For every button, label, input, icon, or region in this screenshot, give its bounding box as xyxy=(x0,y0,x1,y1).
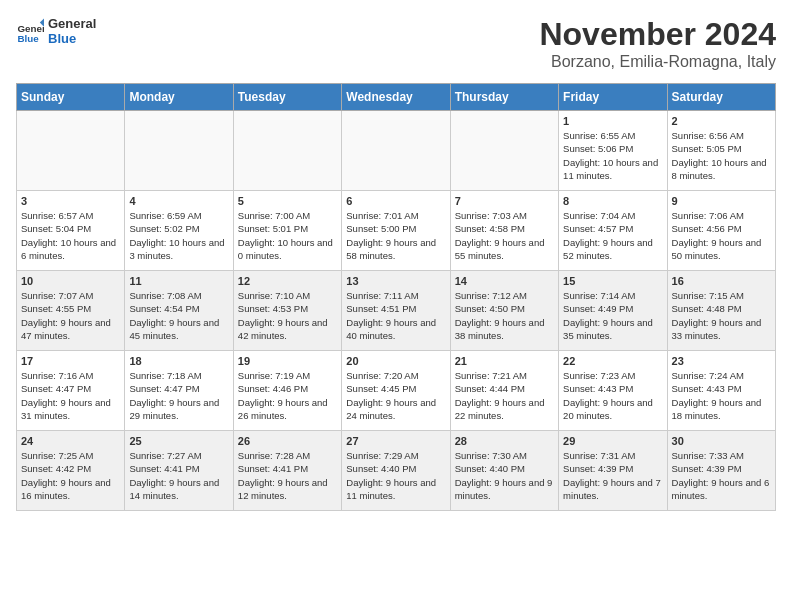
day-number: 2 xyxy=(672,115,771,127)
table-row: 19Sunrise: 7:19 AM Sunset: 4:46 PM Dayli… xyxy=(233,351,341,431)
day-number: 12 xyxy=(238,275,337,287)
day-info: Sunrise: 7:27 AM Sunset: 4:41 PM Dayligh… xyxy=(129,449,228,502)
calendar-week-row: 1Sunrise: 6:55 AM Sunset: 5:06 PM Daylig… xyxy=(17,111,776,191)
day-info: Sunrise: 7:06 AM Sunset: 4:56 PM Dayligh… xyxy=(672,209,771,262)
day-info: Sunrise: 6:57 AM Sunset: 5:04 PM Dayligh… xyxy=(21,209,120,262)
table-row: 4Sunrise: 6:59 AM Sunset: 5:02 PM Daylig… xyxy=(125,191,233,271)
table-row: 9Sunrise: 7:06 AM Sunset: 4:56 PM Daylig… xyxy=(667,191,775,271)
table-row: 22Sunrise: 7:23 AM Sunset: 4:43 PM Dayli… xyxy=(559,351,667,431)
page-header: General Blue General Blue November 2024 … xyxy=(16,16,776,71)
calendar-week-row: 3Sunrise: 6:57 AM Sunset: 5:04 PM Daylig… xyxy=(17,191,776,271)
col-monday: Monday xyxy=(125,84,233,111)
day-info: Sunrise: 7:00 AM Sunset: 5:01 PM Dayligh… xyxy=(238,209,337,262)
table-row: 29Sunrise: 7:31 AM Sunset: 4:39 PM Dayli… xyxy=(559,431,667,511)
table-row: 14Sunrise: 7:12 AM Sunset: 4:50 PM Dayli… xyxy=(450,271,558,351)
day-info: Sunrise: 7:08 AM Sunset: 4:54 PM Dayligh… xyxy=(129,289,228,342)
table-row: 27Sunrise: 7:29 AM Sunset: 4:40 PM Dayli… xyxy=(342,431,450,511)
day-info: Sunrise: 7:18 AM Sunset: 4:47 PM Dayligh… xyxy=(129,369,228,422)
day-info: Sunrise: 7:24 AM Sunset: 4:43 PM Dayligh… xyxy=(672,369,771,422)
table-row: 28Sunrise: 7:30 AM Sunset: 4:40 PM Dayli… xyxy=(450,431,558,511)
day-number: 3 xyxy=(21,195,120,207)
day-info: Sunrise: 7:15 AM Sunset: 4:48 PM Dayligh… xyxy=(672,289,771,342)
logo-general-text: General xyxy=(48,16,96,31)
day-info: Sunrise: 7:12 AM Sunset: 4:50 PM Dayligh… xyxy=(455,289,554,342)
table-row: 16Sunrise: 7:15 AM Sunset: 4:48 PM Dayli… xyxy=(667,271,775,351)
day-info: Sunrise: 7:10 AM Sunset: 4:53 PM Dayligh… xyxy=(238,289,337,342)
day-info: Sunrise: 7:16 AM Sunset: 4:47 PM Dayligh… xyxy=(21,369,120,422)
calendar-header-row: Sunday Monday Tuesday Wednesday Thursday… xyxy=(17,84,776,111)
day-number: 19 xyxy=(238,355,337,367)
table-row xyxy=(125,111,233,191)
day-info: Sunrise: 6:55 AM Sunset: 5:06 PM Dayligh… xyxy=(563,129,662,182)
logo-icon: General Blue xyxy=(16,17,44,45)
day-info: Sunrise: 7:03 AM Sunset: 4:58 PM Dayligh… xyxy=(455,209,554,262)
day-number: 28 xyxy=(455,435,554,447)
table-row: 7Sunrise: 7:03 AM Sunset: 4:58 PM Daylig… xyxy=(450,191,558,271)
day-info: Sunrise: 7:25 AM Sunset: 4:42 PM Dayligh… xyxy=(21,449,120,502)
day-number: 18 xyxy=(129,355,228,367)
title-area: November 2024 Borzano, Emilia-Romagna, I… xyxy=(539,16,776,71)
day-number: 4 xyxy=(129,195,228,207)
day-info: Sunrise: 7:20 AM Sunset: 4:45 PM Dayligh… xyxy=(346,369,445,422)
col-sunday: Sunday xyxy=(17,84,125,111)
day-number: 15 xyxy=(563,275,662,287)
table-row: 12Sunrise: 7:10 AM Sunset: 4:53 PM Dayli… xyxy=(233,271,341,351)
day-info: Sunrise: 7:07 AM Sunset: 4:55 PM Dayligh… xyxy=(21,289,120,342)
day-info: Sunrise: 7:33 AM Sunset: 4:39 PM Dayligh… xyxy=(672,449,771,502)
table-row: 30Sunrise: 7:33 AM Sunset: 4:39 PM Dayli… xyxy=(667,431,775,511)
table-row: 25Sunrise: 7:27 AM Sunset: 4:41 PM Dayli… xyxy=(125,431,233,511)
table-row xyxy=(233,111,341,191)
day-info: Sunrise: 7:19 AM Sunset: 4:46 PM Dayligh… xyxy=(238,369,337,422)
day-info: Sunrise: 7:14 AM Sunset: 4:49 PM Dayligh… xyxy=(563,289,662,342)
day-number: 8 xyxy=(563,195,662,207)
col-thursday: Thursday xyxy=(450,84,558,111)
table-row: 15Sunrise: 7:14 AM Sunset: 4:49 PM Dayli… xyxy=(559,271,667,351)
day-info: Sunrise: 7:30 AM Sunset: 4:40 PM Dayligh… xyxy=(455,449,554,502)
table-row: 23Sunrise: 7:24 AM Sunset: 4:43 PM Dayli… xyxy=(667,351,775,431)
day-number: 5 xyxy=(238,195,337,207)
day-info: Sunrise: 7:11 AM Sunset: 4:51 PM Dayligh… xyxy=(346,289,445,342)
table-row: 3Sunrise: 6:57 AM Sunset: 5:04 PM Daylig… xyxy=(17,191,125,271)
location-subtitle: Borzano, Emilia-Romagna, Italy xyxy=(539,53,776,71)
col-tuesday: Tuesday xyxy=(233,84,341,111)
svg-text:Blue: Blue xyxy=(17,33,39,44)
day-number: 23 xyxy=(672,355,771,367)
table-row: 13Sunrise: 7:11 AM Sunset: 4:51 PM Dayli… xyxy=(342,271,450,351)
table-row: 11Sunrise: 7:08 AM Sunset: 4:54 PM Dayli… xyxy=(125,271,233,351)
day-number: 11 xyxy=(129,275,228,287)
table-row: 18Sunrise: 7:18 AM Sunset: 4:47 PM Dayli… xyxy=(125,351,233,431)
table-row: 20Sunrise: 7:20 AM Sunset: 4:45 PM Dayli… xyxy=(342,351,450,431)
table-row xyxy=(342,111,450,191)
day-number: 13 xyxy=(346,275,445,287)
day-number: 7 xyxy=(455,195,554,207)
table-row: 10Sunrise: 7:07 AM Sunset: 4:55 PM Dayli… xyxy=(17,271,125,351)
day-number: 25 xyxy=(129,435,228,447)
table-row: 2Sunrise: 6:56 AM Sunset: 5:05 PM Daylig… xyxy=(667,111,775,191)
calendar-week-row: 24Sunrise: 7:25 AM Sunset: 4:42 PM Dayli… xyxy=(17,431,776,511)
day-number: 1 xyxy=(563,115,662,127)
day-info: Sunrise: 7:28 AM Sunset: 4:41 PM Dayligh… xyxy=(238,449,337,502)
month-title: November 2024 xyxy=(539,16,776,53)
col-friday: Friday xyxy=(559,84,667,111)
table-row: 26Sunrise: 7:28 AM Sunset: 4:41 PM Dayli… xyxy=(233,431,341,511)
day-number: 6 xyxy=(346,195,445,207)
table-row xyxy=(450,111,558,191)
table-row: 6Sunrise: 7:01 AM Sunset: 5:00 PM Daylig… xyxy=(342,191,450,271)
day-number: 9 xyxy=(672,195,771,207)
day-info: Sunrise: 7:23 AM Sunset: 4:43 PM Dayligh… xyxy=(563,369,662,422)
table-row: 8Sunrise: 7:04 AM Sunset: 4:57 PM Daylig… xyxy=(559,191,667,271)
day-number: 22 xyxy=(563,355,662,367)
calendar-week-row: 10Sunrise: 7:07 AM Sunset: 4:55 PM Dayli… xyxy=(17,271,776,351)
col-wednesday: Wednesday xyxy=(342,84,450,111)
day-info: Sunrise: 7:01 AM Sunset: 5:00 PM Dayligh… xyxy=(346,209,445,262)
table-row xyxy=(17,111,125,191)
day-number: 29 xyxy=(563,435,662,447)
day-number: 30 xyxy=(672,435,771,447)
day-number: 24 xyxy=(21,435,120,447)
table-row: 21Sunrise: 7:21 AM Sunset: 4:44 PM Dayli… xyxy=(450,351,558,431)
logo-blue-text: Blue xyxy=(48,31,96,46)
day-number: 16 xyxy=(672,275,771,287)
day-number: 26 xyxy=(238,435,337,447)
day-number: 17 xyxy=(21,355,120,367)
table-row: 5Sunrise: 7:00 AM Sunset: 5:01 PM Daylig… xyxy=(233,191,341,271)
